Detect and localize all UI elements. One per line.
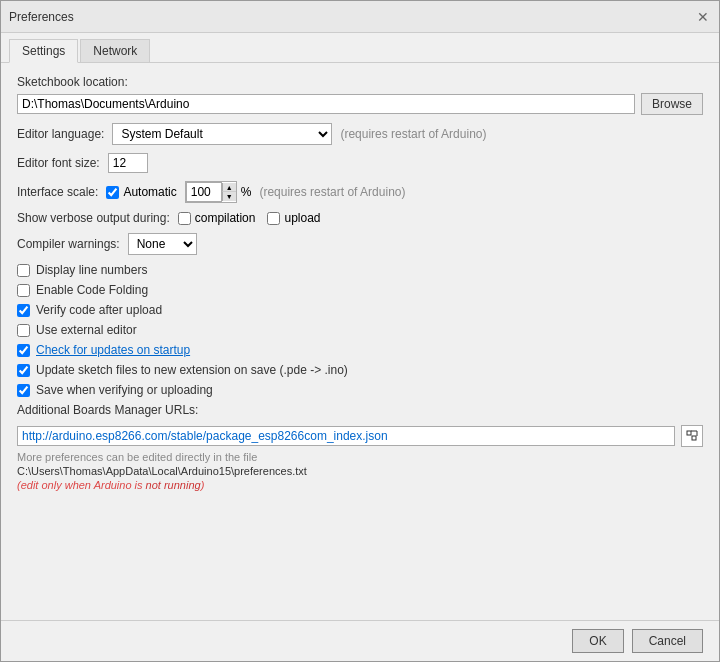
window-title: Preferences xyxy=(9,10,74,24)
expand-urls-button[interactable] xyxy=(681,425,703,447)
auto-checkbox[interactable] xyxy=(106,186,119,199)
cb-code-folding[interactable] xyxy=(17,284,30,297)
ok-button[interactable]: OK xyxy=(572,629,623,653)
compiler-warn-label: Compiler warnings: xyxy=(17,237,120,251)
urls-label-row: Additional Boards Manager URLs: xyxy=(17,403,703,417)
editor-font-label: Editor font size: xyxy=(17,156,100,170)
verbose-label: Show verbose output during: xyxy=(17,211,170,225)
browse-button[interactable]: Browse xyxy=(641,93,703,115)
interface-scale-label: Interface scale: xyxy=(17,185,98,199)
cb-update-sketch[interactable] xyxy=(17,364,30,377)
info-text: More preferences can be edited directly … xyxy=(17,451,703,463)
tab-network[interactable]: Network xyxy=(80,39,150,62)
scale-up-button[interactable]: ▲ xyxy=(222,183,236,192)
compilation-label: compilation xyxy=(195,211,256,225)
interface-scale-row: Interface scale: Automatic ▲ ▼ % (requir… xyxy=(17,181,703,203)
preferences-window: Preferences ✕ Settings Network Sketchboo… xyxy=(0,0,720,662)
tab-bar: Settings Network xyxy=(1,33,719,63)
editor-font-row: Editor font size: xyxy=(17,153,703,173)
cb-code-folding-label: Enable Code Folding xyxy=(36,283,148,297)
checkboxes-container: Display line numbers Enable Code Folding… xyxy=(17,263,703,397)
edit-note-highlight: not running xyxy=(146,479,201,491)
checkbox-check-updates: Check for updates on startup xyxy=(17,343,703,357)
checkbox-update-sketch: Update sketch files to new extension on … xyxy=(17,363,703,377)
checkbox-verify-code: Verify code after upload xyxy=(17,303,703,317)
urls-label: Additional Boards Manager URLs: xyxy=(17,403,198,417)
tab-settings[interactable]: Settings xyxy=(9,39,78,63)
sketchbook-label: Sketchbook location: xyxy=(17,75,703,89)
urls-section: Additional Boards Manager URLs: xyxy=(17,403,703,447)
svg-rect-0 xyxy=(687,431,691,435)
editor-lang-row: Editor language: System Default (require… xyxy=(17,123,703,145)
footer: OK Cancel xyxy=(1,620,719,661)
editor-lang-note: (requires restart of Arduino) xyxy=(340,127,486,141)
cb-external-editor[interactable] xyxy=(17,324,30,337)
editor-font-input[interactable] xyxy=(108,153,148,173)
cb-save-verifying[interactable] xyxy=(17,384,30,397)
cb-check-updates-label: Check for updates on startup xyxy=(36,343,190,357)
file-path: C:\Users\Thomas\AppData\Local\Arduino15\… xyxy=(17,465,703,477)
cb-verify-code[interactable] xyxy=(17,304,30,317)
title-bar: Preferences ✕ xyxy=(1,1,719,33)
cb-verify-code-label: Verify code after upload xyxy=(36,303,162,317)
cb-display-line-numbers[interactable] xyxy=(17,264,30,277)
checkbox-external-editor: Use external editor xyxy=(17,323,703,337)
expand-icon xyxy=(686,430,698,442)
compiler-warn-row: Compiler warnings: None Default More All xyxy=(17,233,703,255)
svg-rect-1 xyxy=(692,436,696,440)
checkbox-code-folding: Enable Code Folding xyxy=(17,283,703,297)
scale-spinner: ▲ ▼ xyxy=(185,181,237,203)
compilation-check: compilation xyxy=(178,211,256,225)
urls-row xyxy=(17,425,703,447)
scale-input[interactable] xyxy=(186,182,222,202)
close-icon[interactable]: ✕ xyxy=(695,9,711,25)
editor-lang-select[interactable]: System Default xyxy=(112,123,332,145)
scale-down-button[interactable]: ▼ xyxy=(222,192,236,201)
compiler-warn-select[interactable]: None Default More All xyxy=(128,233,197,255)
edit-note-end: ) xyxy=(201,479,205,491)
cb-external-editor-label: Use external editor xyxy=(36,323,137,337)
cb-update-sketch-label: Update sketch files to new extension on … xyxy=(36,363,348,377)
upload-checkbox[interactable] xyxy=(267,212,280,225)
edit-note: (edit only when Arduino is not running) xyxy=(17,479,703,491)
settings-content: Sketchbook location: Browse Editor langu… xyxy=(1,63,719,620)
upload-label: upload xyxy=(284,211,320,225)
editor-lang-label: Editor language: xyxy=(17,127,104,141)
auto-checkbox-wrap: Automatic xyxy=(106,185,176,199)
upload-check: upload xyxy=(267,211,320,225)
cb-check-updates[interactable] xyxy=(17,344,30,357)
percent-label: % xyxy=(241,185,252,199)
cb-save-verifying-label: Save when verifying or uploading xyxy=(36,383,213,397)
cancel-button[interactable]: Cancel xyxy=(632,629,703,653)
verbose-row: Show verbose output during: compilation … xyxy=(17,211,703,225)
checkbox-save-verifying: Save when verifying or uploading xyxy=(17,383,703,397)
compilation-checkbox[interactable] xyxy=(178,212,191,225)
checkbox-display-line-numbers: Display line numbers xyxy=(17,263,703,277)
cb-display-line-numbers-label: Display line numbers xyxy=(36,263,147,277)
sketchbook-input[interactable] xyxy=(17,94,635,114)
urls-input[interactable] xyxy=(17,426,675,446)
scale-spinner-buttons: ▲ ▼ xyxy=(222,183,236,201)
scale-note: (requires restart of Arduino) xyxy=(259,185,405,199)
auto-label: Automatic xyxy=(123,185,176,199)
sketchbook-row: Browse xyxy=(17,93,703,115)
edit-note-text: (edit only when Arduino is xyxy=(17,479,146,491)
